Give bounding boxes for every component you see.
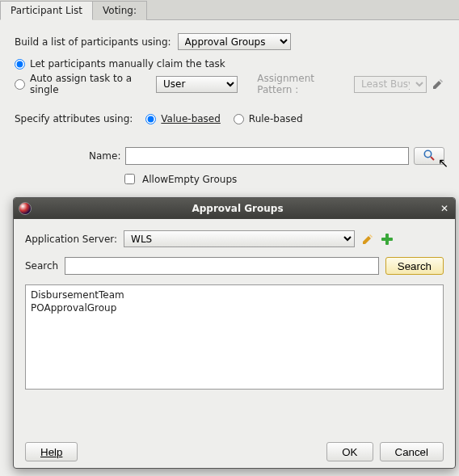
radio-manual-claim[interactable]	[15, 59, 25, 70]
specify-attributes-label: Specify attributes using:	[15, 113, 133, 124]
search-input[interactable]	[65, 257, 379, 275]
list-item[interactable]: POApprovalGroup	[31, 301, 438, 314]
auto-assign-target-select[interactable]: User	[156, 76, 238, 93]
search-label: Search	[25, 260, 58, 272]
close-icon[interactable]: ✕	[439, 203, 450, 214]
ok-button[interactable]: OK	[326, 442, 373, 461]
tab-voting-label: Voting:	[103, 5, 137, 16]
radio-rule-based-label: Rule-based	[249, 113, 303, 124]
ok-button-label: OK	[342, 446, 357, 458]
assignment-pattern-select: Least Busy	[354, 76, 427, 93]
tab-voting[interactable]: Voting:	[92, 1, 147, 20]
radio-auto-assign[interactable]	[15, 79, 25, 90]
cancel-button[interactable]: Cancel	[380, 442, 444, 461]
radio-auto-assign-label: Auto assign task to a single	[30, 73, 151, 95]
list-item[interactable]: DisbursementTeam	[31, 289, 438, 301]
app-icon	[19, 202, 32, 215]
tab-participant-list-label: Participant List	[11, 5, 82, 16]
dialog-title: Approval Groups	[36, 203, 439, 214]
allow-empty-groups-label: AllowEmpty Groups	[142, 174, 237, 185]
svg-rect-3	[381, 238, 393, 241]
svg-point-0	[424, 150, 431, 157]
tabs: Participant List Voting:	[0, 0, 459, 20]
dialog-titlebar[interactable]: Approval Groups ✕	[14, 198, 455, 219]
search-icon	[423, 149, 436, 164]
app-server-label: Application Server:	[25, 234, 117, 245]
app-server-select[interactable]: WLS	[124, 230, 355, 247]
name-search-button[interactable]	[414, 147, 444, 165]
build-list-label: Build a list of participants using:	[15, 36, 171, 48]
radio-value-based-label: Value-based	[161, 113, 221, 124]
cancel-button-label: Cancel	[395, 446, 429, 458]
pencil-icon[interactable]	[432, 78, 444, 91]
help-button[interactable]: Help	[25, 442, 78, 461]
approval-groups-dialog: Approval Groups ✕ Application Server: WL…	[13, 197, 456, 469]
build-list-select[interactable]: Approval Groups	[178, 33, 291, 50]
plus-icon[interactable]	[381, 233, 394, 246]
radio-value-based[interactable]	[145, 114, 156, 124]
radio-manual-claim-label: Let participants manually claim the task	[30, 58, 225, 70]
allow-empty-groups-checkbox[interactable]	[124, 174, 135, 184]
search-button[interactable]: Search	[385, 257, 444, 275]
name-field-label: Name:	[89, 150, 120, 162]
name-input[interactable]	[125, 147, 409, 165]
results-list[interactable]: DisbursementTeam POApprovalGroup	[25, 284, 444, 390]
assignment-pattern-label: Assignment Pattern :	[257, 73, 349, 95]
radio-rule-based[interactable]	[234, 114, 244, 124]
pencil-icon[interactable]	[361, 233, 374, 246]
tab-participant-list[interactable]: Participant List	[0, 1, 93, 20]
help-button-label: Help	[40, 446, 62, 458]
search-button-label: Search	[398, 260, 432, 272]
svg-line-1	[431, 157, 434, 160]
